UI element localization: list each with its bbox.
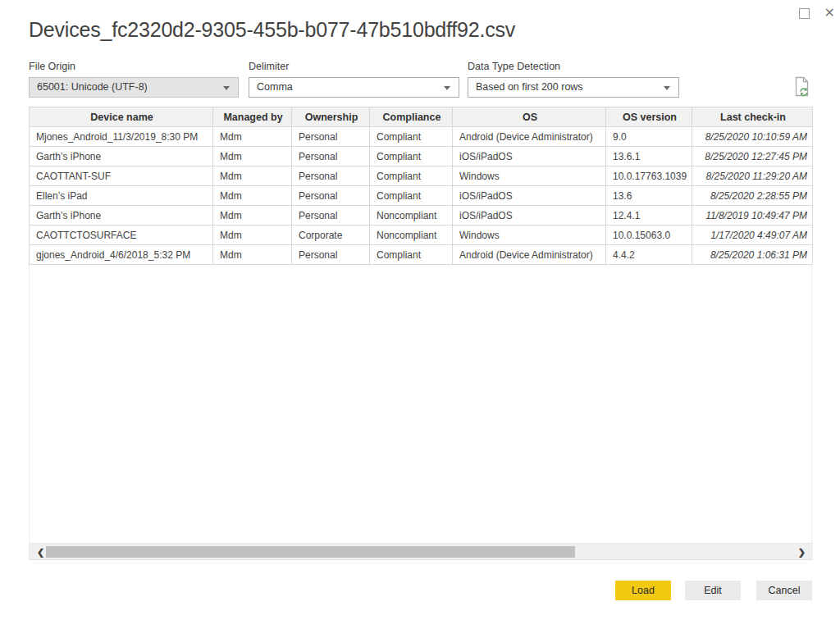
table-cell: iOS/iPadOS [453,186,606,206]
table-cell: Android (Device Administrator) [453,245,606,265]
maximize-icon[interactable] [799,8,810,19]
column-header: Device name [30,107,213,127]
preview-table: Device nameManaged byOwnershipCompliance… [29,107,813,265]
table-cell: iOS/iPadOS [453,206,606,226]
table-cell: Personal [292,206,370,226]
table-cell: Compliant [370,147,453,166]
table-cell: 8/25/2020 10:10:59 AM [692,127,813,147]
table-cell: 8/25/2020 1:06:31 PM [692,245,813,265]
file-origin-label: File Origin [29,61,75,72]
column-header: Ownership [292,107,370,127]
table-cell: Garth’s iPhone [30,206,213,226]
table-header-row: Device nameManaged byOwnershipCompliance… [30,107,813,127]
table-cell: Garth’s iPhone [30,147,213,166]
table-cell: 8/25/2020 11:29:20 AM [692,166,813,186]
table-cell: Android (Device Administrator) [453,127,606,147]
table-cell: Noncompliant [370,206,453,226]
table-row: Garth’s iPhoneMdmPersonalNoncompliantiOS… [30,206,813,226]
chevron-down-icon [444,86,450,90]
table-cell: 8/25/2020 12:27:45 PM [692,147,813,166]
table-cell: Compliant [370,127,453,147]
table-cell: Mdm [213,166,292,186]
table-row: CAOTTANT-SUFMdmPersonalCompliantWindows1… [30,166,813,186]
cancel-button[interactable]: Cancel [756,581,812,600]
table-cell: Personal [292,245,370,265]
column-header: Compliance [370,107,453,127]
chevron-down-icon [223,86,230,90]
column-header: Last check-in [692,107,813,127]
window-controls: ✕ [799,7,835,20]
table-cell: Noncompliant [370,226,453,245]
table-cell: Mdm [213,186,292,206]
data-preview-pane: Device nameManaged byOwnershipCompliance… [29,107,812,560]
table-cell: Mdm [213,127,292,147]
table-cell: 9.0 [606,127,692,147]
table-cell: Windows [453,226,606,245]
file-origin-value: 65001: Unicode (UTF-8) [37,81,148,93]
horizontal-scrollbar[interactable]: ❮ ❯ [30,543,813,560]
table-body: Mjones_Android_11/3/2019_8:30 PMMdmPerso… [30,127,813,265]
table-cell: Mdm [213,226,292,245]
table-cell: Mdm [213,245,292,265]
column-header: OS version [606,107,692,127]
data-type-detection-dropdown[interactable]: Based on first 200 rows [468,77,679,98]
table-cell: Mjones_Android_11/3/2019_8:30 PM [30,127,213,147]
table-cell: gjones_Android_4/6/2018_5:32 PM [30,245,213,265]
table-cell: 4.4.2 [606,245,692,265]
table-row: Ellen’s iPadMdmPersonalCompliantiOS/iPad… [30,186,813,206]
table-cell: Windows [453,166,606,186]
table-cell: Corporate [292,226,370,245]
table-row: CAOTTCTOSURFACEMdmCorporateNoncompliantW… [30,226,813,245]
table-cell: CAOTTANT-SUF [30,166,213,186]
refresh-preview-icon[interactable] [791,75,813,98]
table-cell: CAOTTCTOSURFACE [30,226,213,245]
table-cell: 12.4.1 [606,206,692,226]
data-type-detection-label: Data Type Detection [468,61,560,72]
table-cell: iOS/iPadOS [453,147,606,166]
table-cell: Mdm [213,206,292,226]
table-cell: 11/8/2019 10:49:47 PM [692,206,813,226]
column-header: OS [453,107,606,127]
table-cell: Compliant [370,186,453,206]
scroll-right-icon[interactable]: ❯ [798,546,806,558]
data-type-detection-value: Based on first 200 rows [476,81,583,93]
delimiter-label: Delimiter [249,61,289,72]
table-cell: Personal [292,127,370,147]
delimiter-dropdown[interactable]: Comma [249,77,459,98]
table-row: Mjones_Android_11/3/2019_8:30 PMMdmPerso… [30,127,813,147]
table-cell: Compliant [370,245,453,265]
table-cell: Personal [292,166,370,186]
table-cell: 13.6.1 [606,147,692,166]
table-row: gjones_Android_4/6/2018_5:32 PMMdmPerson… [30,245,813,265]
table-cell: 13.6 [606,186,692,206]
delimiter-value: Comma [257,81,293,93]
close-icon[interactable]: ✕ [824,7,835,20]
csv-import-dialog: ✕ Devices_fc2320d2-9305-455b-b077-47b510… [0,0,840,629]
table-cell: Personal [292,147,370,166]
page-title: Devices_fc2320d2-9305-455b-b077-47b510bd… [29,18,515,42]
table-cell: 8/25/2020 2:28:55 PM [692,186,813,206]
table-cell: 10.0.17763.1039 [606,166,692,186]
table-row: Garth’s iPhoneMdmPersonalCompliantiOS/iP… [30,147,813,166]
table-cell: 1/17/2020 4:49:07 AM [692,226,813,245]
scroll-left-icon[interactable]: ❮ [37,546,44,558]
edit-button[interactable]: Edit [685,581,741,600]
table-cell: Mdm [213,147,292,166]
table-cell: Ellen’s iPad [30,186,213,206]
table-cell: Personal [292,186,370,206]
load-button[interactable]: Load [615,581,671,600]
column-header: Managed by [213,107,292,127]
file-origin-dropdown[interactable]: 65001: Unicode (UTF-8) [29,77,239,98]
table-cell: 10.0.15063.0 [606,226,692,245]
scrollbar-thumb[interactable] [46,546,575,558]
table-cell: Compliant [370,166,453,186]
chevron-down-icon [664,86,670,90]
